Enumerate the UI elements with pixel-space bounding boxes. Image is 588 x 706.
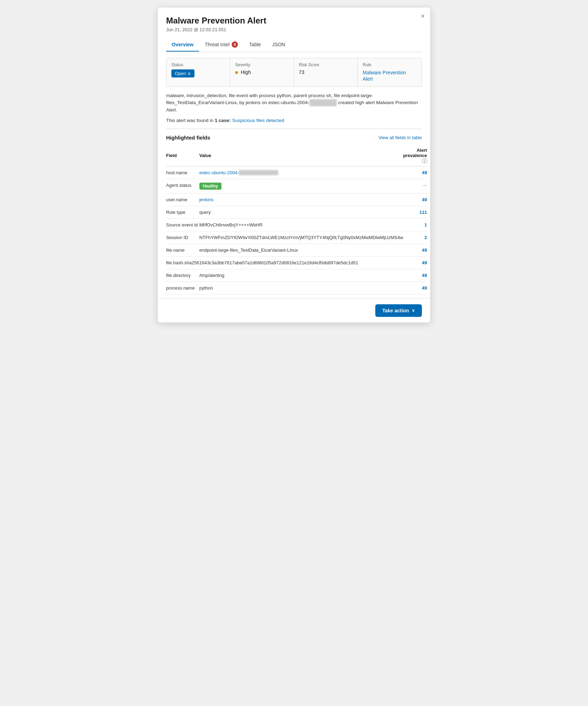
tab-threat-intel[interactable]: Threat Intel 0 — [199, 38, 244, 52]
tab-json-label: JSON — [272, 42, 285, 47]
field-prevalence: 2 — [403, 231, 427, 244]
status-chevron-icon: ∨ — [187, 71, 191, 76]
field-name: process.name — [166, 282, 199, 294]
col-header-value: Value — [199, 145, 403, 167]
table-row: host.nameestec-ubuntu-2004-██████████49 — [166, 167, 427, 179]
risk-score-value: 73 — [299, 69, 353, 75]
field-value-link[interactable]: jenkins — [199, 197, 213, 202]
field-prevalence: 49 — [403, 282, 427, 294]
tab-json[interactable]: JSON — [267, 38, 291, 52]
case-count: 1 case: — [215, 118, 231, 123]
status-value: Open — [175, 71, 186, 76]
field-prevalence: 49 — [403, 167, 427, 179]
summary-grid: Status Open ∨ Severity High Risk Score 7… — [166, 58, 422, 87]
field-prevalence: 1 — [403, 219, 427, 231]
severity-dot-icon — [235, 71, 238, 74]
table-row: user.namejenkins49 — [166, 194, 427, 206]
field-name: Session ID — [166, 231, 199, 244]
tab-table-label: Table — [249, 42, 261, 47]
severity-text: High — [241, 69, 251, 75]
alert-modal: × Malware Prevention Alert Jun 21, 2022 … — [157, 7, 431, 323]
field-value: /tmp/alerting — [199, 269, 403, 282]
modal-title: Malware Prevention Alert — [166, 16, 422, 26]
close-icon: × — [421, 13, 425, 20]
take-action-chevron-icon: ∨ — [412, 308, 415, 313]
modal-timestamp: Jun 21, 2022 @ 12:02:21.551 — [166, 27, 422, 32]
col-header-field: Field — [166, 145, 199, 167]
field-prevalence: 49 — [403, 194, 427, 206]
take-action-button[interactable]: Take action ∨ — [375, 304, 422, 317]
alert-description: malware, intrusion_detection, file event… — [166, 92, 422, 114]
col-header-prevalence: Alert prevalence i — [403, 145, 427, 167]
field-name: file.name — [166, 244, 199, 257]
field-value-link[interactable]: estec-ubuntu-2004- — [199, 170, 239, 175]
tab-table[interactable]: Table — [244, 38, 266, 52]
tab-bar: Overview Threat Intel 0 Table JSON — [166, 38, 422, 52]
severity-value: High — [235, 69, 289, 75]
table-row: process.namepython49 — [166, 282, 427, 294]
field-name: user.name — [166, 194, 199, 206]
view-all-fields-link[interactable]: View all fields in table — [378, 135, 422, 140]
table-row: Agent statusHealthy— — [166, 179, 427, 194]
field-name: file.directory — [166, 269, 199, 282]
field-value: endpoint-large-files_TestData_EicarVaria… — [199, 244, 403, 257]
threat-intel-badge: 0 — [232, 41, 238, 48]
field-name: Source event id — [166, 219, 199, 231]
healthy-badge: Healthy — [199, 183, 221, 190]
status-open-button[interactable]: Open ∨ — [171, 69, 194, 77]
redacted-value: ██████████ — [239, 170, 278, 175]
table-row: Session IDNTFhYWFmZDYtOWIwYi00ZTdmLWE1Mz… — [166, 231, 427, 244]
field-prevalence: — — [403, 179, 427, 194]
highlighted-fields-title: Highlighted fields — [166, 135, 210, 141]
close-button[interactable]: × — [421, 13, 425, 19]
status-label: Status — [171, 62, 225, 67]
case-link[interactable]: Suspicious files detected — [232, 118, 284, 123]
field-prevalence: 49 — [403, 244, 427, 257]
field-prevalence: 111 — [403, 206, 427, 219]
table-row: Source event idMf/fOvCh6nvwBvjY++++WbHR1 — [166, 219, 427, 231]
field-name: host.name — [166, 167, 199, 179]
field-prevalence: 49 — [403, 269, 427, 282]
tab-threat-intel-label: Threat Intel — [205, 42, 230, 47]
severity-cell: Severity High — [230, 58, 294, 86]
table-row: Rule typequery111 — [166, 206, 427, 219]
table-row: file.directory/tmp/alerting49 — [166, 269, 427, 282]
field-value: 1643c3a3bb7617abe07a1d68fd105a972d0816e1… — [199, 257, 403, 269]
prevalence-info-icon[interactable]: i — [422, 158, 427, 163]
rule-cell: Rule Malware Prevention Alert — [358, 58, 422, 86]
field-value: NTFhYWFmZDYtOWIwYi00ZTdmLWE1MzctYmVjMTQ3… — [199, 231, 403, 244]
field-prevalence: 49 — [403, 257, 427, 269]
field-value: Mf/fOvCh6nvwBvjY++++WbHR — [199, 219, 403, 231]
field-name: file.hash.sha256 — [166, 257, 199, 269]
table-row: file.hash.sha2561643c3a3bb7617abe07a1d68… — [166, 257, 427, 269]
field-value: query — [199, 206, 403, 219]
redacted-text — [309, 99, 337, 106]
risk-score-label: Risk Score — [299, 62, 353, 67]
section-divider — [166, 129, 422, 129]
case-line: This alert was found in 1 case: Suspicio… — [166, 118, 422, 123]
highlighted-fields-header: Highlighted fields View all fields in ta… — [166, 135, 422, 141]
case-intro-text: This alert was found in — [166, 118, 215, 123]
field-name: Rule type — [166, 206, 199, 219]
rule-link[interactable]: Malware Prevention Alert — [363, 70, 406, 82]
take-action-label: Take action — [382, 308, 409, 313]
modal-footer: Take action ∨ — [158, 298, 430, 323]
table-row: file.nameendpoint-large-files_TestData_E… — [166, 244, 427, 257]
fields-table: Field Value Alert prevalence i host.name… — [166, 145, 427, 295]
tab-overview-label: Overview — [172, 42, 193, 47]
field-value: Healthy — [199, 179, 403, 194]
rule-label: Rule — [363, 62, 417, 67]
status-cell: Status Open ∨ — [166, 58, 230, 86]
field-value: python — [199, 282, 403, 294]
severity-label: Severity — [235, 62, 289, 67]
field-name: Agent status — [166, 179, 199, 194]
risk-score-cell: Risk Score 73 — [294, 58, 358, 86]
tab-overview[interactable]: Overview — [166, 38, 199, 52]
field-value: jenkins — [199, 194, 403, 206]
field-value: estec-ubuntu-2004-██████████ — [199, 167, 403, 179]
